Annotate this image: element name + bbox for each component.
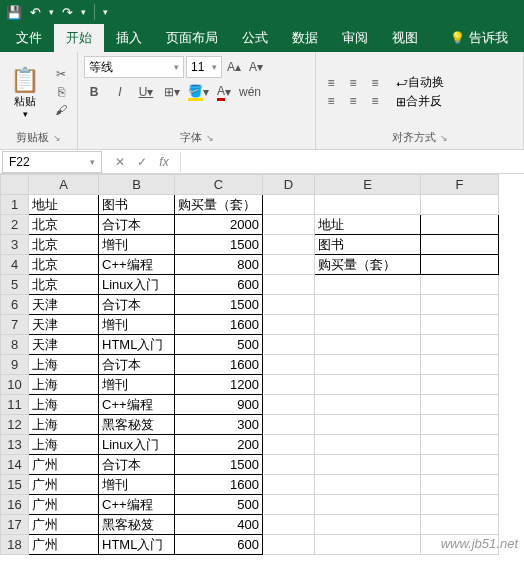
col-header[interactable]: F xyxy=(421,175,499,195)
name-box-dropdown-icon[interactable]: ▾ xyxy=(90,157,95,167)
cell[interactable]: 增刊 xyxy=(99,315,175,335)
italic-button[interactable]: I xyxy=(110,82,130,102)
fx-button[interactable]: fx xyxy=(154,152,174,172)
cell[interactable] xyxy=(263,515,315,535)
cell[interactable] xyxy=(421,355,499,375)
enter-button[interactable]: ✓ xyxy=(132,152,152,172)
tab-view[interactable]: 视图 xyxy=(380,24,430,52)
align-middle-button[interactable]: ≡ xyxy=(344,75,362,91)
align-right-button[interactable]: ≡ xyxy=(366,93,384,109)
cell[interactable]: 600 xyxy=(175,275,263,295)
cancel-button[interactable]: ✕ xyxy=(110,152,130,172)
cell[interactable]: 增刊 xyxy=(99,235,175,255)
cell[interactable]: Linux入门 xyxy=(99,275,175,295)
cell[interactable]: 广州 xyxy=(29,535,99,555)
cell[interactable]: 1500 xyxy=(175,455,263,475)
cell[interactable] xyxy=(263,435,315,455)
tab-page-layout[interactable]: 页面布局 xyxy=(154,24,230,52)
cell[interactable]: 天津 xyxy=(29,335,99,355)
cell[interactable]: 天津 xyxy=(29,315,99,335)
row-header[interactable]: 17 xyxy=(1,515,29,535)
row-header[interactable]: 14 xyxy=(1,455,29,475)
underline-button[interactable]: U▾ xyxy=(136,82,156,102)
cell[interactable]: 上海 xyxy=(29,435,99,455)
cell[interactable] xyxy=(263,215,315,235)
alignment-launcher-icon[interactable]: ↘ xyxy=(440,133,448,143)
cell[interactable]: 1600 xyxy=(175,355,263,375)
cell[interactable]: 200 xyxy=(175,435,263,455)
cell[interactable] xyxy=(315,415,421,435)
tab-formulas[interactable]: 公式 xyxy=(230,24,280,52)
cell[interactable] xyxy=(263,195,315,215)
cell[interactable] xyxy=(421,195,499,215)
cell[interactable]: 合订本 xyxy=(99,295,175,315)
cell[interactable]: 地址 xyxy=(29,195,99,215)
cell[interactable] xyxy=(263,235,315,255)
cell[interactable] xyxy=(263,275,315,295)
tab-file[interactable]: 文件 xyxy=(4,24,54,52)
font-name-select[interactable]: 等线 ▾ xyxy=(84,56,184,78)
cell[interactable]: C++编程 xyxy=(99,255,175,275)
cell[interactable]: 广州 xyxy=(29,495,99,515)
qat-customize-icon[interactable]: ▾ xyxy=(103,7,108,17)
cell[interactable] xyxy=(421,435,499,455)
bold-button[interactable]: B xyxy=(84,82,104,102)
row-header[interactable]: 6 xyxy=(1,295,29,315)
cell[interactable] xyxy=(263,255,315,275)
cell[interactable] xyxy=(263,335,315,355)
col-header[interactable]: C xyxy=(175,175,263,195)
phonetic-button[interactable]: wén xyxy=(240,82,260,102)
cell[interactable]: 1600 xyxy=(175,475,263,495)
row-header[interactable]: 9 xyxy=(1,355,29,375)
cell[interactable] xyxy=(315,315,421,335)
cell[interactable]: 合订本 xyxy=(99,355,175,375)
cell[interactable] xyxy=(263,415,315,435)
cell[interactable]: 地址 xyxy=(315,215,421,235)
save-icon[interactable]: 💾 xyxy=(6,5,22,20)
row-header[interactable]: 12 xyxy=(1,415,29,435)
cell[interactable] xyxy=(421,495,499,515)
cell[interactable]: 300 xyxy=(175,415,263,435)
copy-button[interactable]: ⎘ xyxy=(52,84,70,100)
decrease-font-button[interactable]: A▾ xyxy=(246,57,266,77)
cell[interactable] xyxy=(315,295,421,315)
cell[interactable]: 1600 xyxy=(175,315,263,335)
cell[interactable]: 上海 xyxy=(29,355,99,375)
cell[interactable] xyxy=(421,395,499,415)
cell[interactable] xyxy=(315,535,421,555)
row-header[interactable]: 16 xyxy=(1,495,29,515)
cell[interactable]: 500 xyxy=(175,495,263,515)
cell[interactable] xyxy=(315,495,421,515)
row-header[interactable]: 3 xyxy=(1,235,29,255)
tab-data[interactable]: 数据 xyxy=(280,24,330,52)
cell[interactable] xyxy=(421,235,499,255)
cell[interactable]: 合订本 xyxy=(99,455,175,475)
align-left-button[interactable]: ≡ xyxy=(322,93,340,109)
cell[interactable]: 1200 xyxy=(175,375,263,395)
col-header[interactable]: B xyxy=(99,175,175,195)
cell[interactable] xyxy=(315,435,421,455)
cell[interactable]: 北京 xyxy=(29,275,99,295)
cell[interactable]: 上海 xyxy=(29,395,99,415)
cell[interactable]: 上海 xyxy=(29,375,99,395)
cell[interactable] xyxy=(421,215,499,235)
cell[interactable]: 增刊 xyxy=(99,475,175,495)
cell[interactable]: 900 xyxy=(175,395,263,415)
cell[interactable] xyxy=(421,275,499,295)
cell[interactable]: 2000 xyxy=(175,215,263,235)
row-header[interactable]: 11 xyxy=(1,395,29,415)
cell[interactable] xyxy=(421,335,499,355)
cell[interactable] xyxy=(263,295,315,315)
cell[interactable] xyxy=(315,275,421,295)
font-size-select[interactable]: 11 ▾ xyxy=(186,56,222,78)
name-box[interactable]: F22 ▾ xyxy=(2,151,102,173)
row-header[interactable]: 18 xyxy=(1,535,29,555)
align-top-button[interactable]: ≡ xyxy=(322,75,340,91)
cell[interactable]: C++编程 xyxy=(99,395,175,415)
cell[interactable]: 广州 xyxy=(29,455,99,475)
cell[interactable] xyxy=(421,535,499,555)
cell[interactable]: 广州 xyxy=(29,515,99,535)
cell[interactable]: 图书 xyxy=(315,235,421,255)
cell[interactable] xyxy=(421,255,499,275)
cell[interactable] xyxy=(315,375,421,395)
